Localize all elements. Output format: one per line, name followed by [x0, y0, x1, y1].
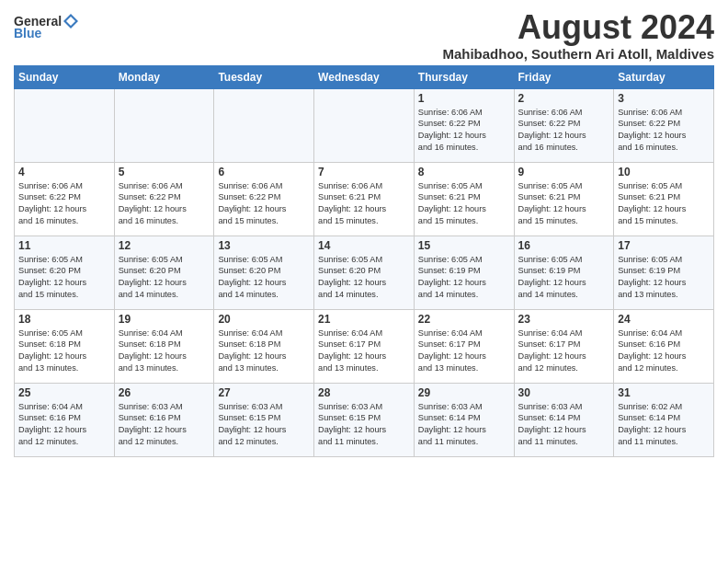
day-info: Sunrise: 6:03 AMSunset: 6:14 PMDaylight:…	[518, 401, 610, 449]
day-number: 20	[218, 313, 310, 326]
month-title: August 2024	[442, 9, 714, 46]
day-cell: 15Sunrise: 6:05 AMSunset: 6:19 PMDayligh…	[414, 236, 514, 309]
day-info: Sunrise: 6:03 AMSunset: 6:14 PMDaylight:…	[418, 401, 510, 449]
location-subtitle: Mahibadhoo, Southern Ari Atoll, Maldives	[442, 46, 714, 62]
day-number: 26	[119, 386, 210, 399]
day-info: Sunrise: 6:04 AMSunset: 6:18 PMDaylight:…	[119, 327, 210, 375]
day-cell: 9Sunrise: 6:05 AMSunset: 6:21 PMDaylight…	[514, 162, 614, 236]
day-number: 4	[18, 166, 110, 178]
day-info: Sunrise: 6:03 AMSunset: 6:15 PMDaylight:…	[318, 401, 410, 449]
day-cell: 14Sunrise: 6:05 AMSunset: 6:20 PMDayligh…	[314, 236, 415, 309]
day-cell: 31Sunrise: 6:02 AMSunset: 6:14 PMDayligh…	[614, 383, 714, 456]
day-number: 10	[618, 166, 710, 178]
col-header-wednesday: Wednesday	[314, 65, 415, 88]
day-info: Sunrise: 6:04 AMSunset: 6:16 PMDaylight:…	[618, 327, 710, 375]
day-number: 30	[518, 386, 610, 399]
day-cell: 4Sunrise: 6:06 AMSunset: 6:22 PMDaylight…	[15, 162, 115, 236]
day-info: Sunrise: 6:06 AMSunset: 6:22 PMDaylight:…	[518, 107, 610, 155]
day-info: Sunrise: 6:06 AMSunset: 6:22 PMDaylight:…	[119, 180, 210, 228]
day-info: Sunrise: 6:02 AMSunset: 6:14 PMDaylight:…	[618, 401, 710, 449]
day-cell: 27Sunrise: 6:03 AMSunset: 6:15 PMDayligh…	[214, 383, 314, 456]
day-cell: 19Sunrise: 6:04 AMSunset: 6:18 PMDayligh…	[114, 309, 214, 383]
day-info: Sunrise: 6:05 AMSunset: 6:20 PMDaylight:…	[18, 254, 110, 302]
header-row: SundayMondayTuesdayWednesdayThursdayFrid…	[15, 65, 714, 88]
day-number: 18	[18, 313, 110, 326]
day-number: 2	[518, 92, 610, 105]
day-number: 29	[418, 386, 510, 399]
day-cell: 10Sunrise: 6:05 AMSunset: 6:21 PMDayligh…	[614, 162, 714, 236]
day-number: 8	[418, 166, 510, 178]
col-header-monday: Monday	[114, 65, 214, 88]
day-number: 11	[18, 239, 110, 252]
day-number: 23	[518, 313, 610, 326]
day-number: 3	[618, 92, 710, 105]
day-info: Sunrise: 6:03 AMSunset: 6:16 PMDaylight:…	[119, 401, 210, 449]
day-cell: 8Sunrise: 6:05 AMSunset: 6:21 PMDaylight…	[414, 162, 514, 236]
day-info: Sunrise: 6:05 AMSunset: 6:20 PMDaylight:…	[218, 254, 310, 302]
day-cell: 18Sunrise: 6:05 AMSunset: 6:18 PMDayligh…	[15, 309, 115, 383]
day-info: Sunrise: 6:05 AMSunset: 6:20 PMDaylight:…	[318, 254, 410, 302]
col-header-friday: Friday	[514, 65, 614, 88]
day-cell: 3Sunrise: 6:06 AMSunset: 6:22 PMDaylight…	[614, 88, 714, 162]
day-cell: 25Sunrise: 6:04 AMSunset: 6:16 PMDayligh…	[15, 383, 115, 456]
day-info: Sunrise: 6:05 AMSunset: 6:21 PMDaylight:…	[618, 180, 710, 228]
day-info: Sunrise: 6:04 AMSunset: 6:18 PMDaylight:…	[218, 327, 310, 375]
day-number: 25	[18, 386, 110, 399]
day-cell: 11Sunrise: 6:05 AMSunset: 6:20 PMDayligh…	[15, 236, 115, 309]
day-info: Sunrise: 6:06 AMSunset: 6:22 PMDaylight:…	[218, 180, 310, 228]
day-info: Sunrise: 6:06 AMSunset: 6:22 PMDaylight:…	[618, 107, 710, 155]
day-cell	[214, 88, 314, 162]
day-cell: 28Sunrise: 6:03 AMSunset: 6:15 PMDayligh…	[314, 383, 415, 456]
day-info: Sunrise: 6:04 AMSunset: 6:17 PMDaylight:…	[418, 327, 510, 375]
day-info: Sunrise: 6:06 AMSunset: 6:21 PMDaylight:…	[318, 180, 410, 228]
day-cell: 2Sunrise: 6:06 AMSunset: 6:22 PMDaylight…	[514, 88, 614, 162]
week-row-5: 25Sunrise: 6:04 AMSunset: 6:16 PMDayligh…	[15, 383, 714, 456]
col-header-saturday: Saturday	[614, 65, 714, 88]
day-cell: 17Sunrise: 6:05 AMSunset: 6:19 PMDayligh…	[614, 236, 714, 309]
day-cell: 26Sunrise: 6:03 AMSunset: 6:16 PMDayligh…	[114, 383, 214, 456]
day-cell: 1Sunrise: 6:06 AMSunset: 6:22 PMDaylight…	[414, 88, 514, 162]
day-cell: 29Sunrise: 6:03 AMSunset: 6:14 PMDayligh…	[414, 383, 514, 456]
day-cell	[314, 88, 415, 162]
main-container: General Blue August 2024 Mahibadhoo, Sou…	[0, 0, 728, 466]
day-info: Sunrise: 6:04 AMSunset: 6:16 PMDaylight:…	[18, 401, 110, 449]
header: General Blue August 2024 Mahibadhoo, Sou…	[14, 9, 714, 62]
day-number: 31	[618, 386, 710, 399]
week-row-2: 4Sunrise: 6:06 AMSunset: 6:22 PMDaylight…	[15, 162, 714, 236]
day-cell: 13Sunrise: 6:05 AMSunset: 6:20 PMDayligh…	[214, 236, 314, 309]
day-number: 28	[318, 386, 410, 399]
week-row-3: 11Sunrise: 6:05 AMSunset: 6:20 PMDayligh…	[15, 236, 714, 309]
day-number: 7	[318, 166, 410, 178]
day-cell: 30Sunrise: 6:03 AMSunset: 6:14 PMDayligh…	[514, 383, 614, 456]
day-number: 19	[119, 313, 210, 326]
day-cell: 21Sunrise: 6:04 AMSunset: 6:17 PMDayligh…	[314, 309, 415, 383]
day-info: Sunrise: 6:05 AMSunset: 6:19 PMDaylight:…	[518, 254, 610, 302]
day-number: 12	[119, 239, 210, 252]
week-row-4: 18Sunrise: 6:05 AMSunset: 6:18 PMDayligh…	[15, 309, 714, 383]
day-cell: 6Sunrise: 6:06 AMSunset: 6:22 PMDaylight…	[214, 162, 314, 236]
day-info: Sunrise: 6:06 AMSunset: 6:22 PMDaylight:…	[418, 107, 510, 155]
day-cell: 5Sunrise: 6:06 AMSunset: 6:22 PMDaylight…	[114, 162, 214, 236]
day-cell: 24Sunrise: 6:04 AMSunset: 6:16 PMDayligh…	[614, 309, 714, 383]
day-info: Sunrise: 6:06 AMSunset: 6:22 PMDaylight:…	[18, 180, 110, 228]
day-info: Sunrise: 6:04 AMSunset: 6:17 PMDaylight:…	[318, 327, 410, 375]
day-cell: 12Sunrise: 6:05 AMSunset: 6:20 PMDayligh…	[114, 236, 214, 309]
day-info: Sunrise: 6:05 AMSunset: 6:21 PMDaylight:…	[518, 180, 610, 228]
day-info: Sunrise: 6:05 AMSunset: 6:19 PMDaylight:…	[618, 254, 710, 302]
day-number: 27	[218, 386, 310, 399]
day-number: 21	[318, 313, 410, 326]
day-info: Sunrise: 6:05 AMSunset: 6:18 PMDaylight:…	[18, 327, 110, 375]
day-number: 1	[418, 92, 510, 105]
day-cell	[114, 88, 214, 162]
day-number: 17	[618, 239, 710, 252]
day-cell: 20Sunrise: 6:04 AMSunset: 6:18 PMDayligh…	[214, 309, 314, 383]
title-block: August 2024 Mahibadhoo, Southern Ari Ato…	[442, 9, 714, 62]
day-info: Sunrise: 6:05 AMSunset: 6:21 PMDaylight:…	[418, 180, 510, 228]
day-number: 22	[418, 313, 510, 326]
col-header-sunday: Sunday	[15, 65, 115, 88]
day-number: 13	[218, 239, 310, 252]
logo: General Blue	[14, 13, 80, 40]
day-info: Sunrise: 6:05 AMSunset: 6:20 PMDaylight:…	[119, 254, 210, 302]
day-info: Sunrise: 6:03 AMSunset: 6:15 PMDaylight:…	[218, 401, 310, 449]
logo-text-block: General Blue	[14, 13, 80, 40]
